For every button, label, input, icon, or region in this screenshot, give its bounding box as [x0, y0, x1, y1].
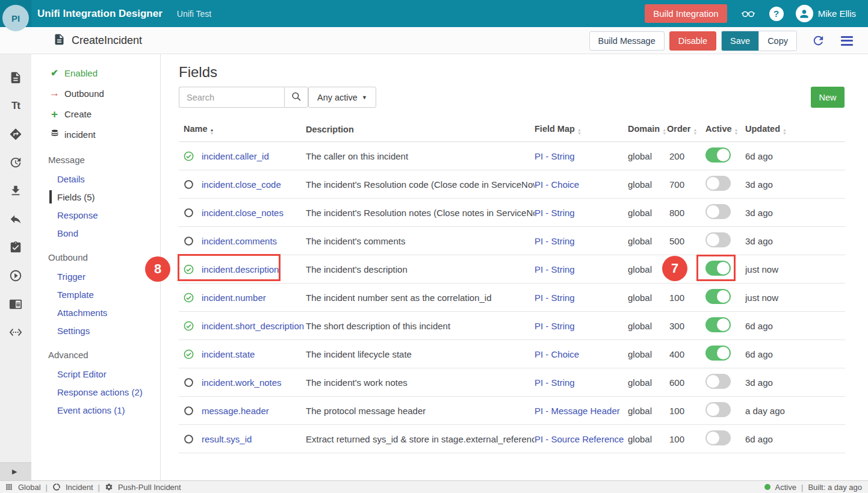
column-header-active[interactable]: Active▲▼ [705, 124, 745, 135]
field-map-link[interactable]: PI - Message Header [535, 406, 620, 416]
field-name-link[interactable]: incident.state [202, 349, 255, 359]
run-play-icon[interactable] [9, 269, 22, 282]
field-map-link[interactable]: PI - String [535, 293, 575, 303]
sidebar-item-script-editor[interactable]: Script Editor [31, 365, 160, 383]
column-header-updated[interactable]: Updated▲▼ [745, 124, 845, 135]
field-map-link[interactable]: PI - Choice [535, 179, 579, 190]
sidebar-item-response[interactable]: Response [31, 206, 160, 224]
update-history-icon[interactable] [9, 156, 22, 169]
statusbar-process[interactable]: Incident [66, 483, 93, 492]
field-order-value[interactable]: 600 [669, 377, 684, 388]
sidebar-item-settings[interactable]: Settings [31, 321, 160, 340]
text-format-icon[interactable]: Tt [9, 99, 22, 113]
sort-icon: ▲▼ [210, 128, 214, 135]
new-field-button[interactable]: New [811, 87, 845, 108]
field-name-link[interactable]: incident.number [202, 293, 266, 303]
statusbar-domain[interactable]: Global [18, 483, 41, 492]
messages-file-icon[interactable] [9, 71, 22, 84]
field-map-link[interactable]: PI - String [535, 208, 575, 218]
sidebar-item-event-actions[interactable]: Event actions (1) [31, 401, 160, 419]
field-order-value[interactable]: 100 [669, 293, 684, 303]
build-message-button[interactable]: Build Message [589, 31, 665, 51]
download-icon[interactable] [9, 184, 22, 197]
help-icon[interactable]: ? [769, 7, 784, 21]
field-name-link[interactable]: incident.short_description [202, 321, 304, 331]
field-name-link[interactable]: message.header [202, 406, 269, 416]
sidebar-item-details[interactable]: Details [31, 170, 160, 188]
active-toggle[interactable] [705, 176, 731, 191]
active-toggle[interactable] [705, 261, 731, 276]
search-input[interactable] [179, 87, 284, 108]
sidebar-item-create[interactable]: + Create [31, 104, 160, 124]
field-order-value[interactable]: 100 [669, 406, 684, 416]
field-map-link[interactable]: PI - String [535, 321, 575, 331]
active-toggle[interactable] [705, 402, 731, 417]
copy-button[interactable]: Copy [758, 31, 796, 51]
directions-icon[interactable] [9, 128, 22, 141]
build-integration-button[interactable]: Build Integration [645, 4, 727, 23]
field-name-link[interactable]: incident.caller_id [202, 151, 269, 161]
preview-glasses-icon[interactable] [739, 5, 757, 22]
sidebar-item-bond[interactable]: Bond [31, 224, 160, 242]
column-header-order[interactable]: Order▲▼ [667, 124, 705, 135]
field-order-value[interactable]: 700 [669, 179, 684, 190]
sidebar-item-attachments[interactable]: Attachments [31, 303, 160, 321]
column-header-field-map[interactable]: Field Map▲▼ [535, 124, 628, 135]
field-order-value[interactable]: 800 [669, 208, 684, 218]
field-map-link[interactable]: PI - Choice [535, 349, 579, 359]
reply-icon[interactable] [9, 212, 22, 226]
field-name-link[interactable]: incident.close_code [202, 179, 281, 190]
active-toggle[interactable] [705, 147, 731, 163]
sidebar-item-template[interactable]: Template [31, 285, 160, 303]
field-name-link[interactable]: incident.work_notes [202, 377, 282, 388]
disable-button[interactable]: Disable [669, 31, 716, 51]
documentation-book-icon[interactable] [9, 297, 22, 311]
active-filter-dropdown[interactable]: Any active ▼ [308, 87, 376, 108]
save-button[interactable]: Save [722, 31, 758, 51]
sidebar-item-incident[interactable]: incident [31, 124, 160, 144]
field-name-link[interactable]: incident.comments [202, 236, 277, 246]
sidebar-item-enabled[interactable]: ✔ Enabled [31, 63, 160, 83]
field-map-link[interactable]: PI - Source Reference [535, 434, 624, 444]
field-order-value[interactable]: 500 [669, 236, 684, 246]
expand-arrow-icon: ▶ [12, 468, 17, 476]
column-header-name[interactable]: Name▲▼ [179, 124, 306, 135]
search-button[interactable] [284, 87, 308, 108]
field-order-value[interactable]: 100 [669, 434, 684, 444]
field-updated: just now [745, 293, 845, 303]
active-toggle[interactable] [705, 374, 731, 389]
chevron-down-icon: ▼ [362, 95, 367, 101]
tasks-clipboard-icon[interactable] [9, 241, 22, 254]
field-name-link[interactable]: incident.description [202, 264, 279, 274]
user-menu[interactable]: Mike Ellis [796, 5, 856, 22]
field-order-value[interactable]: 300 [669, 321, 684, 331]
field-name-link[interactable]: result.sys_id [202, 434, 252, 444]
sidebar-item-trigger[interactable]: Trigger [31, 267, 160, 285]
field-order-value[interactable]: 400 [669, 349, 684, 359]
field-name-link[interactable]: incident.close_notes [202, 208, 284, 218]
active-toggle[interactable] [705, 232, 731, 247]
process-avatar[interactable]: PI [2, 5, 29, 31]
column-header-description[interactable]: Description [306, 125, 535, 134]
column-header-domain[interactable]: Domain▲▼ [628, 124, 667, 135]
field-map-link[interactable]: PI - String [535, 236, 575, 246]
expand-rail-button[interactable]: ▶ [0, 462, 31, 480]
active-toggle[interactable] [705, 204, 731, 219]
field-updated: 3d ago [745, 377, 845, 388]
active-toggle[interactable] [705, 430, 731, 445]
refresh-button[interactable] [811, 34, 825, 48]
sidebar-item-response-actions[interactable]: Response actions (2) [31, 383, 160, 401]
statusbar-integration[interactable]: Push-Pull Incident [118, 483, 181, 492]
active-toggle[interactable] [705, 317, 731, 332]
active-toggle[interactable] [705, 289, 731, 304]
sidebar-item-fields[interactable]: Fields (5) [31, 188, 160, 206]
field-map-link[interactable]: PI - String [535, 151, 575, 161]
field-order-value[interactable]: 200 [669, 151, 684, 161]
field-domain: global [628, 377, 667, 388]
field-map-link[interactable]: PI - String [535, 377, 575, 388]
active-toggle[interactable] [705, 346, 731, 361]
menu-icon[interactable] [841, 36, 853, 46]
sidebar-item-outbound[interactable]: → Outbound [31, 83, 160, 104]
api-code-icon[interactable] [9, 326, 22, 339]
field-map-link[interactable]: PI - String [535, 264, 575, 274]
